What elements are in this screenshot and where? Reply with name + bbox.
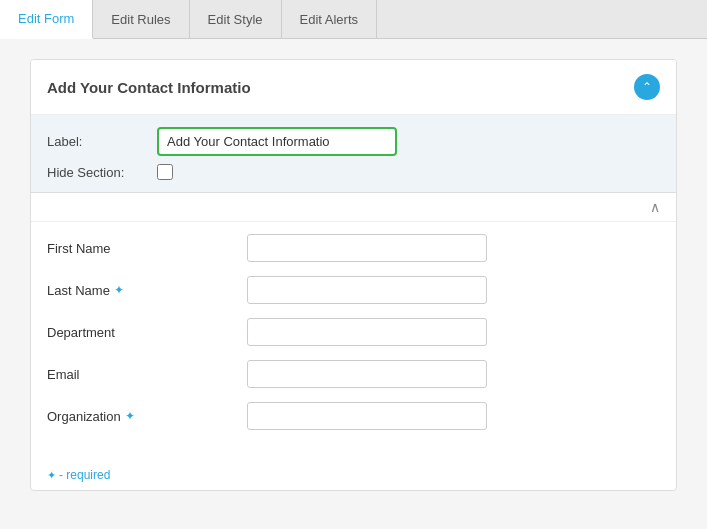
field-row: First Name bbox=[47, 234, 660, 262]
form-fields-area: First NameLast Name ✦DepartmentEmailOrga… bbox=[31, 222, 676, 460]
required-star-icon: ✦ bbox=[47, 469, 56, 482]
tab-edit-rules[interactable]: Edit Rules bbox=[93, 0, 189, 38]
field-label: Organization ✦ bbox=[47, 409, 247, 424]
collapse-arrow-row: ∧ bbox=[31, 193, 676, 222]
required-star: ✦ bbox=[114, 283, 124, 297]
tab-edit-form-label: Edit Form bbox=[18, 11, 74, 26]
hide-section-row: Hide Section: bbox=[47, 164, 660, 180]
label-field-label: Label: bbox=[47, 134, 157, 149]
field-input[interactable] bbox=[247, 276, 487, 304]
required-note-text: - required bbox=[59, 468, 110, 482]
tab-edit-form[interactable]: Edit Form bbox=[0, 0, 93, 39]
collapse-arrow-icon[interactable]: ∧ bbox=[650, 199, 660, 215]
label-input-field[interactable] bbox=[157, 127, 397, 156]
field-label: First Name bbox=[47, 241, 247, 256]
hide-section-label: Hide Section: bbox=[47, 165, 157, 180]
section-title: Add Your Contact Informatio bbox=[47, 79, 251, 96]
tab-edit-style[interactable]: Edit Style bbox=[190, 0, 282, 38]
field-input[interactable] bbox=[247, 234, 487, 262]
field-label: Last Name ✦ bbox=[47, 283, 247, 298]
field-input[interactable] bbox=[247, 402, 487, 430]
section-edit-area: Label: Hide Section: bbox=[31, 115, 676, 193]
section-collapse-button[interactable]: ⌃ bbox=[634, 74, 660, 100]
hide-section-checkbox[interactable] bbox=[157, 164, 173, 180]
field-input[interactable] bbox=[247, 360, 487, 388]
tab-bar: Edit Form Edit Rules Edit Style Edit Ale… bbox=[0, 0, 707, 39]
field-row: Department bbox=[47, 318, 660, 346]
required-note: ✦ - required bbox=[31, 468, 676, 490]
field-label: Department bbox=[47, 325, 247, 340]
tab-edit-alerts[interactable]: Edit Alerts bbox=[282, 0, 378, 38]
tab-edit-style-label: Edit Style bbox=[208, 12, 263, 27]
main-content: Add Your Contact Informatio ⌃ Label: Hid… bbox=[0, 39, 707, 529]
field-input[interactable] bbox=[247, 318, 487, 346]
chevron-up-icon: ⌃ bbox=[642, 80, 652, 94]
field-row: Email bbox=[47, 360, 660, 388]
tab-edit-alerts-label: Edit Alerts bbox=[300, 12, 359, 27]
field-row: Last Name ✦ bbox=[47, 276, 660, 304]
label-edit-row: Label: bbox=[47, 127, 660, 156]
tab-edit-rules-label: Edit Rules bbox=[111, 12, 170, 27]
section-header: Add Your Contact Informatio ⌃ bbox=[31, 60, 676, 115]
section-card: Add Your Contact Informatio ⌃ Label: Hid… bbox=[30, 59, 677, 491]
field-row: Organization ✦ bbox=[47, 402, 660, 430]
field-label: Email bbox=[47, 367, 247, 382]
required-star: ✦ bbox=[125, 409, 135, 423]
